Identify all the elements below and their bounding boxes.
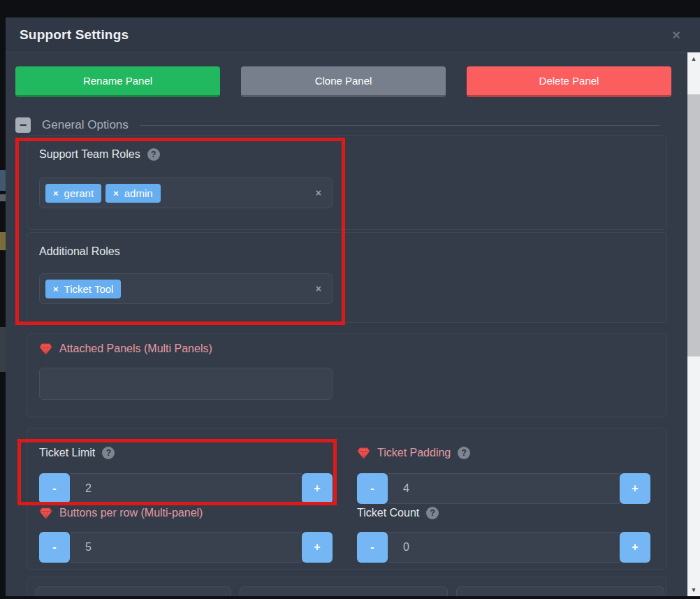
decrement-button[interactable]: - [357, 473, 388, 504]
tag-remove-icon[interactable]: × [53, 284, 59, 294]
attached-panels-card: Attached Panels (Multi Panels) [27, 333, 667, 417]
decrement-button[interactable]: - [39, 532, 70, 563]
scroll-up-icon[interactable]: ▲ [687, 52, 700, 65]
additional-roles-card: Additional Roles × Ticket Tool × [27, 232, 667, 323]
modal-title: Support Settings [20, 27, 129, 43]
gem-icon [357, 447, 370, 459]
help-icon[interactable]: ? [102, 447, 115, 459]
clone-panel-button[interactable]: Clone Panel [241, 66, 446, 97]
support-settings-modal: Support Settings × Rename Panel Clone Pa… [6, 17, 700, 596]
partial-input[interactable] [36, 586, 231, 596]
ticket-padding-input[interactable] [388, 473, 620, 504]
buttons-per-row-label: Buttons per row (Multi-panel) [59, 507, 203, 519]
vertical-scrollbar[interactable]: ▲ ▼ [687, 52, 700, 596]
tag-remove-icon[interactable]: × [53, 189, 59, 198]
collapse-icon[interactable]: − [15, 117, 31, 133]
ticket-limit-stepper: - + [39, 473, 333, 504]
increment-button[interactable]: + [302, 532, 333, 563]
backdrop-fragment-gray [0, 194, 6, 201]
scrollbar-thumb[interactable] [687, 94, 700, 356]
delete-panel-button[interactable]: Delete Panel [467, 66, 671, 97]
attached-panels-label-row: Attached Panels (Multi Panels) [39, 342, 212, 355]
help-icon[interactable]: ? [426, 507, 439, 519]
tag-remove-icon[interactable]: × [113, 189, 119, 198]
backdrop-fragment-blue [0, 170, 6, 191]
tag-label: Ticket Tool [64, 283, 114, 295]
buttons-per-row-label-row: Buttons per row (Multi-panel) [39, 507, 203, 519]
attached-panels-label: Attached Panels (Multi Panels) [59, 342, 212, 355]
clear-field-icon[interactable]: × [316, 187, 321, 199]
gem-icon [39, 507, 52, 519]
support-team-roles-card: Support Team Roles ? × gerant × admin × [27, 135, 667, 230]
modal-body: Rename Panel Clone Panel Delete Panel − … [6, 52, 687, 596]
ticket-limit-label: Ticket Limit [39, 447, 95, 459]
additional-roles-label-row: Additional Roles [39, 245, 120, 258]
close-icon[interactable]: × [672, 28, 686, 42]
ticket-count-stepper: - + [357, 532, 650, 563]
backdrop-fragment-dark [0, 327, 6, 372]
ticket-padding-stepper: - + [357, 473, 650, 504]
modal-header: Support Settings × [6, 17, 700, 52]
section-divider [140, 125, 659, 126]
ticket-padding-label-row: Ticket Padding ? [357, 447, 470, 459]
ticket-count-label-row: Ticket Count ? [357, 507, 439, 519]
additional-roles-label: Additional Roles [39, 245, 120, 258]
ticket-count-input[interactable] [388, 532, 620, 563]
general-options-section-header: − General Options [15, 117, 659, 133]
attached-panels-input[interactable] [39, 368, 333, 400]
partial-input[interactable] [240, 586, 448, 596]
decrement-button[interactable]: - [39, 473, 70, 504]
role-tag-gerant[interactable]: × gerant [45, 184, 101, 203]
ticket-count-label: Ticket Count [357, 507, 419, 519]
additional-roles-input[interactable]: × Ticket Tool × [39, 273, 333, 304]
support-team-roles-input[interactable]: × gerant × admin × [39, 178, 333, 208]
ticket-padding-label: Ticket Padding [377, 447, 451, 459]
numeric-options-card: Ticket Limit ? - + Ticket Padding ? [27, 428, 667, 570]
rename-panel-button[interactable]: Rename Panel [15, 66, 220, 97]
ticket-limit-input[interactable] [70, 473, 302, 504]
help-icon[interactable]: ? [458, 447, 470, 459]
partial-next-card [27, 577, 667, 596]
role-tag-ticket-tool[interactable]: × Ticket Tool [45, 280, 121, 298]
backdrop-fragment-olive [0, 232, 6, 250]
buttons-per-row-input[interactable] [70, 532, 302, 563]
gem-icon [39, 343, 52, 355]
increment-button[interactable]: + [302, 473, 333, 504]
tag-label: admin [124, 187, 153, 199]
ticket-limit-label-row: Ticket Limit ? [39, 447, 115, 459]
increment-button[interactable]: + [620, 473, 650, 504]
role-tag-admin[interactable]: × admin [105, 184, 160, 203]
scroll-down-icon[interactable]: ▼ [687, 584, 700, 596]
section-title: General Options [42, 118, 129, 132]
support-team-roles-label-row: Support Team Roles ? [39, 148, 160, 161]
help-icon[interactable]: ? [147, 148, 160, 161]
clear-field-icon[interactable]: × [316, 283, 321, 294]
decrement-button[interactable]: - [357, 532, 388, 563]
increment-button[interactable]: + [620, 532, 650, 563]
support-team-roles-label: Support Team Roles [39, 148, 140, 161]
buttons-per-row-stepper: - + [39, 532, 333, 563]
partial-input[interactable] [456, 586, 664, 596]
tag-label: gerant [64, 187, 94, 199]
